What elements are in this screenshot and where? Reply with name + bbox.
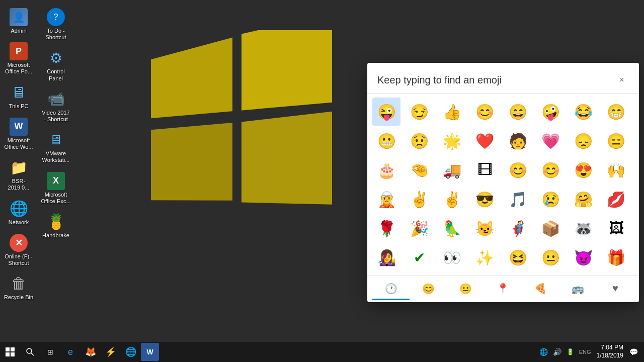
emoji-cell[interactable]: 🎵 [504,185,532,213]
emoji-cell[interactable]: 🦜 [438,214,466,242]
emoji-cell[interactable]: 🙌 [602,156,630,184]
word-button[interactable]: W [141,343,159,361]
emoji-cell[interactable]: 😎 [471,185,499,213]
icon-bsr-label: BSR-2019.0... [3,178,34,191]
emoji-cat-symbols[interactable]: ♥ [597,278,634,300]
firefox-button[interactable]: 🦊 [80,342,101,362]
emoji-cell[interactable]: ✨ [471,243,499,272]
emoji-panel-header: Keep typing to find an emoji × [367,63,639,94]
emoji-cell[interactable]: 🚚 [438,156,466,184]
emoji-cell[interactable]: 🌟 [438,127,466,155]
burnaware-button[interactable]: ⚡ [101,342,121,362]
emoji-cell[interactable]: 👍 [438,98,466,126]
emoji-cell[interactable]: 😄 [504,98,532,126]
emoji-cell[interactable]: 😢 [536,185,565,213]
icon-vmware-label: VMware Workstati... [40,150,71,163]
emoji-cell[interactable]: 📦 [536,214,565,242]
emoji-cell[interactable]: 😏 [405,98,433,126]
emoji-cell[interactable]: ✌ [405,185,433,213]
emoji-cell[interactable]: ❤️ [471,127,499,155]
search-button[interactable] [20,342,40,362]
emoji-cell[interactable]: 🤗 [570,185,598,213]
emoji-cell[interactable]: 🦝 [570,214,598,242]
emoji-cell[interactable]: ✔ [405,243,433,272]
emoji-panel: Keep typing to find an emoji × 😜 😏 👍 😊 😄… [367,63,639,302]
svg-marker-3 [242,112,332,213]
emoji-cell[interactable]: 👩‍🎤 [372,243,400,272]
icon-online-label: Online (F) - Shortcut [3,253,34,266]
emoji-cell[interactable]: 😬 [372,127,400,155]
emoji-cell[interactable]: 😞 [570,127,598,155]
tray-volume-icon[interactable]: 🔊 [551,348,563,356]
emoji-cell[interactable]: 🎞 [471,156,499,184]
emoji-cell[interactable]: 🤪 [536,98,565,126]
emoji-cell[interactable]: 😁 [602,98,630,126]
emoji-cell[interactable]: 🎁 [602,243,630,272]
svg-rect-7 [11,347,15,351]
edge-button[interactable]: e [60,342,80,362]
emoji-cell[interactable]: 😼 [471,214,499,242]
emoji-cell[interactable]: 😊 [471,98,499,126]
svg-line-11 [31,353,34,355]
emoji-cell[interactable]: 😊 [504,156,532,184]
emoji-cat-travel[interactable]: 🚌 [559,278,596,300]
emoji-cat-places[interactable]: 📍 [485,278,522,300]
system-tray: 🌐 🔊 🔋 ENG 7:04 PM 1/18/2019 💬 [538,344,644,359]
icon-excel[interactable]: X Microsoft Office Exc... [38,169,73,208]
taskview-button[interactable]: ⊞ [40,342,60,362]
icon-recycle[interactable]: 🗑 Recycle Bin [1,272,36,304]
tray-battery-icon[interactable]: 🔋 [565,348,576,355]
emoji-cell[interactable]: 😊 [536,156,565,184]
emoji-cell[interactable]: 🤏 [405,156,433,184]
icon-todo[interactable]: ? To Do - Shortcut [38,5,73,44]
emoji-cat-food[interactable]: 🍕 [522,278,559,300]
emoji-cell[interactable]: 😟 [405,127,433,155]
emoji-cell[interactable]: 😈 [570,243,598,272]
system-clock[interactable]: 7:04 PM 1/18/2019 [595,344,625,359]
icon-word[interactable]: W Microsoft Office Wo... [1,115,36,153]
emoji-cell[interactable]: 😍 [570,156,598,184]
action-center-button[interactable]: 💬 [627,348,640,356]
clock-time: 7:04 PM [597,344,623,352]
chrome-button[interactable]: 🌐 [121,342,141,362]
icon-video[interactable]: 📹 Video 2017 - Shortcut [38,87,73,126]
emoji-grid: 😜 😏 👍 😊 😄 🤪 😂 😁 😬 😟 🌟 ❤️ 🧑 💗 😞 😑 🎂 🤏 🚚 🎞… [367,94,639,276]
icon-thispc[interactable]: 🖥 This PC [1,80,36,113]
icon-admin[interactable]: 👤 Admin [1,5,36,37]
icon-powerpoint[interactable]: P Microsoft Office Po... [1,39,36,78]
emoji-cell[interactable]: 😜 [372,98,400,126]
emoji-cell[interactable]: 🦸 [504,214,532,242]
tray-keyboard-icon[interactable]: ENG [578,349,593,355]
emoji-cell[interactable]: 🌹 [372,214,400,242]
emoji-cell[interactable]: 🧝 [372,185,400,213]
icon-online-shortcut[interactable]: ✕ Online (F) - Shortcut [1,231,36,269]
emoji-cell[interactable]: 💗 [536,127,565,155]
emoji-cell[interactable]: 👀 [438,243,466,272]
taskbar: ⊞ e 🦊 ⚡ 🌐 W 🌐 🔊 🔋 ENG 7:04 PM 1/18/2019 … [0,342,644,362]
emoji-cat-people[interactable]: 😐 [447,278,485,300]
tray-network-icon[interactable]: 🌐 [538,348,549,356]
icon-handbrake[interactable]: 🍍 Handbrake [38,210,73,242]
emoji-cat-recent[interactable]: 🕐 [372,278,410,300]
start-button[interactable] [0,342,20,362]
emoji-cell[interactable]: 💋 [602,185,630,213]
emoji-cell[interactable]: 🧑 [504,127,532,155]
icon-control[interactable]: ⚙ Control Panel [38,46,73,84]
emoji-cell[interactable]: ✌ [438,185,466,213]
emoji-cell[interactable]: 😂 [570,98,598,126]
emoji-panel-title: Keep typing to find an emoji [377,74,502,86]
icon-vmware[interactable]: 🖥 VMware Workstati... [38,128,73,166]
icon-bsr[interactable]: 📁 BSR-2019.0... [1,155,36,194]
emoji-close-button[interactable]: × [615,73,629,87]
icon-control-label: Control Panel [40,68,71,81]
emoji-cell[interactable]: 🎂 [372,156,400,184]
icon-network[interactable]: 🌐 Network [1,197,36,229]
icon-admin-label: Admin [11,28,26,34]
emoji-cell[interactable]: 😑 [602,127,630,155]
emoji-cell[interactable]: 😆 [504,243,532,272]
emoji-cell[interactable]: 🖼 [602,214,630,242]
icon-video-label: Video 2017 - Shortcut [40,110,71,123]
emoji-cat-smileys[interactable]: 😊 [410,278,447,300]
emoji-cell[interactable]: 🎉 [405,214,433,242]
emoji-cell[interactable]: 😐 [536,243,565,272]
